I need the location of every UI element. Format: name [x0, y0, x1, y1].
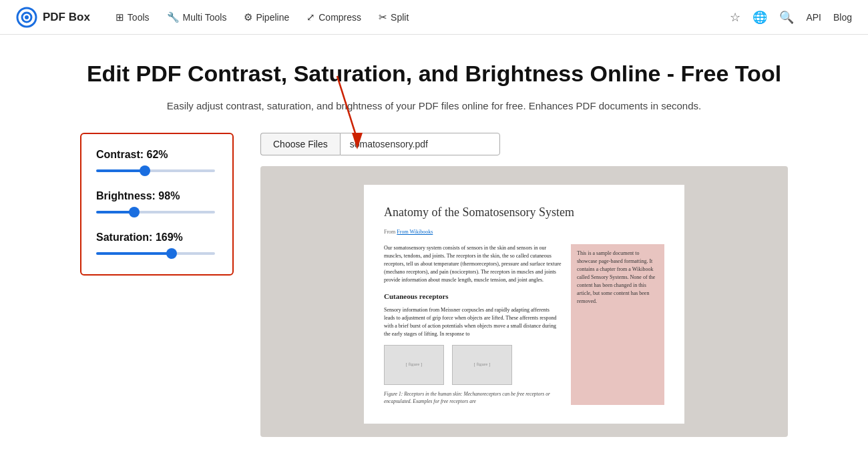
- main-content: Edit PDF Contrast, Saturation, and Brigh…: [67, 35, 801, 450]
- contrast-slider[interactable]: [96, 169, 215, 172]
- nav-multi-tools[interactable]: 🔧 Multi Tools: [160, 7, 234, 27]
- brightness-track: [96, 206, 215, 218]
- saturation-label: Saturation: 169%: [96, 231, 215, 244]
- saturation-slider-row: Saturation: 169%: [96, 231, 215, 260]
- nav-pipeline[interactable]: ⚙ Pipeline: [237, 7, 296, 27]
- arrow-svg: [297, 69, 417, 156]
- multi-tools-icon: 🔧: [167, 11, 180, 23]
- pdf-para-2: Sensory information from Meissner corpus…: [384, 306, 562, 338]
- tools-icon: ⊞: [116, 11, 124, 23]
- pdf-body: Our somatosensory system consists of sen…: [384, 244, 664, 405]
- header: PDF Box ⊞ Tools 🔧 Multi Tools ⚙ Pipeline…: [0, 0, 868, 35]
- pdf-page: Anatomy of the Somatosensory System From…: [364, 185, 684, 424]
- saturation-slider[interactable]: [96, 252, 215, 255]
- pdf-preview: Anatomy of the Somatosensory System From…: [260, 166, 788, 437]
- tool-section: Contrast: 62% Brightness: 98% Saturation…: [80, 133, 788, 437]
- globe-icon[interactable]: 🌐: [752, 10, 767, 25]
- nav-split[interactable]: ✂ Split: [372, 7, 415, 27]
- pdf-source: From From Wikibooks: [384, 228, 664, 236]
- pdf-figure-placeholder: [ figure ]: [384, 345, 444, 385]
- nav-split-label: Split: [391, 12, 409, 23]
- contrast-slider-row: Contrast: 62%: [96, 149, 215, 177]
- nav-compress[interactable]: ⤢ Compress: [300, 7, 368, 27]
- nav-multi-tools-label: Multi Tools: [183, 12, 227, 23]
- logo-icon: [16, 7, 37, 28]
- pdf-para-1: Our somatosensory system consists of sen…: [384, 244, 562, 284]
- compress-icon: ⤢: [306, 11, 315, 23]
- saturation-track: [96, 248, 215, 260]
- pdf-figure-caption: Figure 1: Receptors in the human skin: M…: [384, 390, 562, 406]
- sliders-panel: Contrast: 62% Brightness: 98% Saturation…: [80, 133, 234, 276]
- pdf-heading-2: Cutaneous receptors: [384, 291, 562, 302]
- pdf-source-text: From: [384, 229, 397, 235]
- brightness-slider-row: Brightness: 98%: [96, 190, 215, 218]
- pdf-text-col: Our somatosensory system consists of sen…: [384, 244, 562, 405]
- nav-compress-label: Compress: [318, 12, 361, 23]
- api-link[interactable]: API: [806, 12, 821, 23]
- contrast-label: Contrast: 62%: [96, 149, 215, 161]
- svg-line-3: [337, 76, 357, 139]
- pdf-title: Anatomy of the Somatosensory System: [384, 203, 664, 221]
- page-title: Edit PDF Contrast, Saturation, and Brigh…: [80, 59, 788, 88]
- blog-link[interactable]: Blog: [833, 12, 852, 23]
- svg-marker-4: [352, 133, 363, 149]
- pipeline-icon: ⚙: [244, 11, 252, 23]
- pdf-source-link[interactable]: From Wikibooks: [397, 229, 433, 235]
- nav-tools-label: Tools: [128, 12, 150, 23]
- star-icon[interactable]: ☆: [730, 10, 740, 25]
- nav-pipeline-label: Pipeline: [256, 12, 289, 23]
- main-nav: ⊞ Tools 🔧 Multi Tools ⚙ Pipeline ⤢ Compr…: [109, 7, 730, 27]
- split-icon: ✂: [379, 11, 387, 23]
- pdf-figure-area: [ figure ] [ figure ]: [384, 345, 562, 385]
- pdf-sidebar-box: This is a sample document to showcase pa…: [571, 244, 664, 405]
- svg-point-2: [25, 15, 29, 19]
- right-panel: Choose Files somatosensory.pdf Anatomy o…: [260, 133, 788, 437]
- header-right: ☆ 🌐 🔍 API Blog: [730, 10, 852, 25]
- annotation-arrow: [297, 69, 417, 159]
- logo[interactable]: PDF Box: [16, 7, 90, 28]
- page-subtitle: Easily adjust contrast, saturation, and …: [80, 100, 788, 111]
- brightness-label: Brightness: 98%: [96, 190, 215, 202]
- brightness-slider[interactable]: [96, 211, 215, 213]
- logo-text: PDF Box: [43, 11, 90, 24]
- contrast-track: [96, 165, 215, 177]
- pdf-figure-placeholder-2: [ figure ]: [452, 345, 512, 385]
- search-icon[interactable]: 🔍: [779, 10, 794, 25]
- nav-tools[interactable]: ⊞ Tools: [109, 7, 156, 27]
